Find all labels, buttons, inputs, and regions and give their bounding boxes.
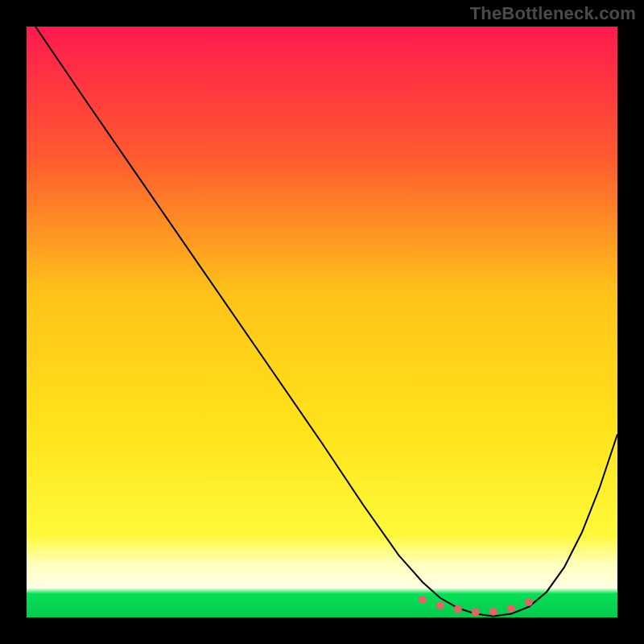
curve-marker [436,601,444,609]
curve-marker [472,608,480,616]
curve-marker [489,608,497,616]
gradient-background [27,27,617,617]
watermark-text: TheBottleneck.com [470,3,636,24]
plot-area [27,27,617,617]
curve-marker [454,605,462,613]
curve-marker [419,596,427,604]
curve-marker [507,605,515,613]
chart-frame: TheBottleneck.com [0,0,644,644]
plot-svg [27,27,617,617]
curve-marker [525,598,533,606]
